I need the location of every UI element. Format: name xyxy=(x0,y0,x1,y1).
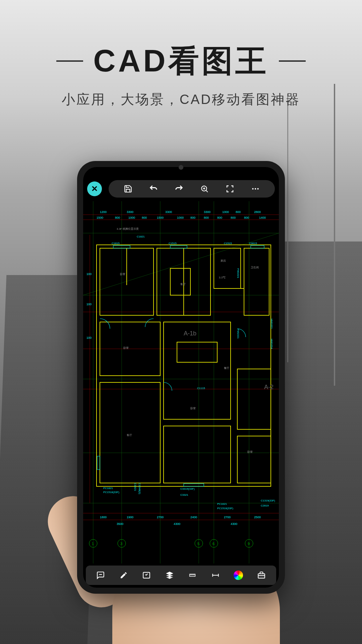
door-6: FM1021 xyxy=(237,329,240,339)
comment-icon[interactable] xyxy=(95,570,106,581)
room-8: 卧室 xyxy=(247,450,253,453)
header: CAD看图王 小应用，大场景，CAD移动看图神器 xyxy=(0,40,362,109)
dimb-1: 1900 xyxy=(127,516,133,519)
door-4: FM1021 xyxy=(237,268,240,278)
svg-rect-39 xyxy=(177,342,217,362)
more-icon[interactable] xyxy=(250,183,261,195)
door-3: PC1518(33F) xyxy=(217,507,233,510)
win-8: C2819 xyxy=(261,504,269,507)
dim-1200: 1200 xyxy=(100,210,107,214)
axis-1: 3 xyxy=(120,542,122,546)
save-icon[interactable] xyxy=(122,183,134,195)
win-5: C1115 xyxy=(197,387,205,390)
app-subtitle: 小应用，大场景，CAD移动看图神器 xyxy=(0,90,362,109)
door-2: PC1621 xyxy=(217,502,227,505)
dim2-9: 800 xyxy=(231,216,236,219)
layers-icon[interactable] xyxy=(164,570,175,581)
undo-icon[interactable] xyxy=(148,183,159,195)
dimb-4: 2700 xyxy=(224,516,231,519)
dimension-icon[interactable] xyxy=(210,570,221,581)
svg-rect-43 xyxy=(97,456,100,470)
win-0: C1815 xyxy=(112,242,120,245)
annotation: 3.3F 线脚位置示意 xyxy=(117,227,139,230)
dim-800: 800 xyxy=(236,210,241,214)
dim2-2: 1000 xyxy=(128,216,135,219)
svg-rect-30 xyxy=(164,322,231,419)
c-1: C1348(3) xyxy=(138,483,141,494)
bg-crane xyxy=(334,84,335,386)
dim2-4: 1500 xyxy=(157,216,164,219)
diml-2: 100 xyxy=(86,336,92,339)
room-0: 卧室 xyxy=(120,273,125,276)
svg-rect-32 xyxy=(100,382,160,483)
door-1: PC1518(33F) xyxy=(103,491,119,494)
svg-rect-44 xyxy=(184,484,204,486)
dimb-5: 2500 xyxy=(254,516,261,519)
dimb-2: 2700 xyxy=(157,516,164,519)
win-6: C3319(33F) xyxy=(180,487,195,490)
top-toolbar: ✕ xyxy=(87,180,275,198)
dimb2-0: 3500 xyxy=(117,522,123,526)
axis-3: 6 xyxy=(213,542,215,546)
svg-rect-31 xyxy=(237,369,271,429)
room-4: 卧室 xyxy=(123,346,129,350)
dim2-0: 1500 xyxy=(97,216,103,219)
room-1: 客厅 xyxy=(180,283,186,286)
dim-1000: 1000 xyxy=(222,210,229,214)
dim-3300c: 3300 xyxy=(204,210,210,214)
dim-3300a: 3300 xyxy=(127,210,133,214)
door-5: HM1021 xyxy=(270,319,273,329)
diml-1: 100 xyxy=(86,303,92,306)
edit-icon[interactable] xyxy=(141,570,152,581)
axis-2: 5 xyxy=(197,542,199,546)
dim2-8: 800 xyxy=(217,216,222,219)
dim2-6: 800 xyxy=(190,216,195,219)
redo-icon[interactable] xyxy=(173,183,185,195)
dim2-1: 800 xyxy=(115,216,120,219)
axis-4: 9 xyxy=(248,542,250,546)
top-icon-group xyxy=(109,180,275,198)
dim-2800: 2800 xyxy=(254,210,261,214)
cad-drawing-canvas[interactable]: 1200 3300 3300 3300 1000 800 2800 1500 8… xyxy=(83,201,279,564)
svg-rect-33 xyxy=(164,426,231,483)
close-icon: ✕ xyxy=(91,184,98,194)
zoom-target-icon[interactable] xyxy=(199,183,210,195)
dim2-3: 800 xyxy=(142,216,147,219)
phone-screen: ✕ xyxy=(83,167,279,588)
dimb2-1: 4300 xyxy=(174,522,180,526)
close-button[interactable]: ✕ xyxy=(87,181,102,196)
svg-rect-41 xyxy=(170,246,187,248)
toolbox-icon[interactable] xyxy=(256,570,267,581)
temp-label: 3.3℃ xyxy=(219,276,226,279)
svg-rect-38 xyxy=(170,268,190,295)
room-6: 卧室 xyxy=(190,407,196,410)
ruler-icon[interactable] xyxy=(187,570,198,581)
room-2: 厨房 xyxy=(221,259,226,262)
color-picker-icon[interactable] xyxy=(233,570,244,581)
axis-0: 1 xyxy=(92,542,94,546)
title-line-right xyxy=(279,60,306,62)
pencil-icon[interactable] xyxy=(118,570,129,581)
phone-notch xyxy=(179,165,183,170)
dim2-11: 1400 xyxy=(259,216,266,219)
win-2: C1821 xyxy=(137,235,145,238)
win-9: C1319(33F) xyxy=(261,499,275,502)
unit-label-2: A-2 xyxy=(264,384,274,390)
room-3: 卫生间 xyxy=(251,266,259,269)
win-1: C1515 xyxy=(169,242,177,245)
dim-3300b: 3300 xyxy=(165,210,172,214)
dim2-10: 800 xyxy=(244,216,249,219)
svg-rect-28 xyxy=(244,248,269,315)
diml-0: 100 xyxy=(86,272,92,276)
dimb-0: 1800 xyxy=(100,516,107,519)
svg-rect-34 xyxy=(237,436,271,483)
win-7: C3321 xyxy=(180,493,188,496)
unit-label: A-1b xyxy=(184,330,196,337)
bg-crane-2 xyxy=(287,94,288,362)
fullscreen-icon[interactable] xyxy=(224,183,236,195)
door-0: PC1821 xyxy=(103,487,113,490)
dim2-7: 800 xyxy=(204,216,209,219)
room-5: 餐厅 xyxy=(224,367,229,370)
dimb2-2: 4300 xyxy=(231,522,237,526)
dim2-5: 1000 xyxy=(177,216,184,219)
